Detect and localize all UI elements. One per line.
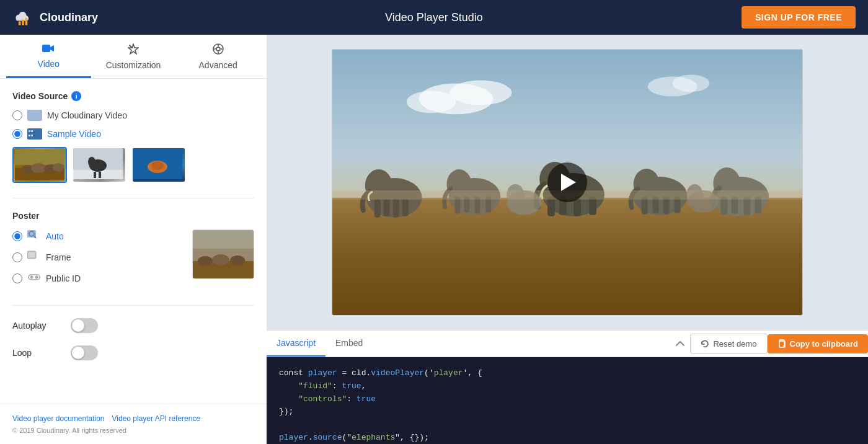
radio-poster-auto-input[interactable] [12, 231, 22, 241]
svg-point-51 [450, 80, 512, 105]
code-line-3: "controls": true [279, 393, 856, 406]
svg-point-7 [216, 47, 220, 51]
autoplay-toggle[interactable] [71, 318, 98, 333]
svg-rect-30 [99, 172, 101, 178]
code-tab-embed[interactable]: Embed [326, 331, 373, 357]
svg-rect-14 [29, 130, 30, 132]
tab-customization-label: Customization [106, 60, 161, 70]
svg-rect-44 [193, 230, 254, 249]
svg-point-52 [407, 91, 456, 113]
tab-advanced[interactable]: Advanced [175, 35, 260, 78]
tab-customization[interactable]: Customization [91, 35, 176, 78]
thumbnail-horse[interactable] [72, 147, 126, 183]
svg-point-33 [151, 161, 164, 170]
cloudinary-video-icon [27, 110, 42, 121]
svg-rect-29 [94, 172, 96, 178]
code-tab-javascript[interactable]: Javascript [267, 331, 326, 357]
svg-rect-1 [19, 21, 21, 25]
svg-rect-58 [384, 199, 390, 216]
svg-rect-3 [25, 18, 28, 25]
radio-poster-publicid[interactable]: Public ID [12, 272, 182, 285]
svg-point-28 [88, 157, 95, 167]
poster-publicid-icon [27, 272, 41, 285]
svg-rect-59 [393, 199, 399, 218]
radio-poster-publicid-input[interactable] [12, 273, 22, 283]
code-line-5 [279, 419, 856, 432]
copy-icon [777, 339, 786, 348]
radio-poster-auto[interactable]: Auto [12, 229, 182, 243]
poster-section-title: Poster [12, 211, 254, 221]
radio-cloudinary-input[interactable] [12, 110, 22, 120]
svg-point-46 [212, 254, 229, 265]
autoplay-row: Autoplay [12, 318, 254, 333]
svg-point-22 [31, 163, 46, 173]
reset-demo-button[interactable]: Reset demo [690, 334, 767, 354]
right-panel: Javascript Embed Reset demo [267, 35, 868, 444]
svg-rect-2 [22, 20, 24, 25]
page-title: Video Player Studio [385, 11, 483, 24]
customization-tab-icon [128, 43, 139, 58]
poster-frame-label: Frame [46, 252, 71, 262]
play-button[interactable] [547, 162, 587, 202]
code-line-1: const player = cld.videoPlayer('player',… [279, 367, 856, 380]
svg-rect-4 [42, 45, 50, 52]
loop-row: Loop [12, 345, 254, 360]
radio-poster-frame[interactable]: Frame [12, 251, 182, 264]
main-content: Video Customization [0, 35, 868, 444]
radio-poster-frame-input[interactable] [12, 252, 22, 262]
video-source-info-icon[interactable]: i [71, 91, 81, 101]
code-panel: Javascript Embed Reset demo [267, 330, 868, 444]
cloudinary-video-label: My Cloudinary Video [47, 110, 127, 120]
svg-rect-38 [29, 252, 35, 257]
logo-text: Cloudinary [40, 11, 98, 24]
svg-rect-57 [374, 199, 381, 218]
section-divider-autoplay [12, 305, 254, 306]
code-line-4: }); [279, 406, 856, 419]
thumbnail-turtle[interactable] [131, 147, 186, 183]
video-thumbnails [12, 147, 254, 183]
poster-frame-icon [27, 251, 41, 264]
signup-button[interactable]: SIGN UP FOR FREE [742, 6, 856, 29]
app-header: Cloudinary Video Player Studio SIGN UP F… [0, 0, 868, 35]
sample-video-icon [27, 128, 42, 140]
advanced-tab-icon [213, 43, 224, 58]
svg-rect-16 [29, 135, 30, 136]
code-header: Javascript Embed Reset demo [267, 331, 868, 357]
copy-to-clipboard-button[interactable]: Copy to clipboard [768, 334, 869, 353]
video-player[interactable] [332, 49, 803, 316]
video-player-api-link[interactable]: Video player API reference [112, 414, 201, 423]
loop-toggle[interactable] [71, 345, 98, 360]
sidebar-footer: Video player documentation Video player … [0, 404, 267, 444]
video-tab-icon [42, 43, 55, 56]
video-player-docs-link[interactable]: Video player documentation [12, 414, 105, 423]
poster-preview [192, 229, 254, 279]
svg-rect-12 [28, 111, 37, 118]
copyright-text: © 2019 Cloudinary. All rights reserved [12, 427, 254, 434]
radio-sample-input[interactable] [12, 129, 22, 139]
code-block: const player = cld.videoPlayer('player',… [267, 357, 868, 444]
svg-rect-60 [402, 199, 409, 216]
tab-video-label: Video [38, 59, 60, 69]
radio-sample-video[interactable]: Sample Video [12, 128, 254, 140]
tab-advanced-label: Advanced [199, 60, 237, 70]
cloudinary-logo-icon [12, 6, 35, 29]
sidebar: Video Customization [0, 35, 267, 444]
reset-icon [701, 339, 709, 348]
svg-point-24 [53, 163, 64, 172]
footer-links: Video player documentation Video player … [12, 414, 254, 423]
reset-label: Reset demo [713, 339, 756, 349]
svg-point-41 [35, 276, 38, 279]
code-line-6: player.source("elephants", {}); [279, 432, 856, 444]
copy-label: Copy to clipboard [790, 339, 859, 349]
thumbnail-elephants[interactable] [12, 147, 67, 183]
tab-video[interactable]: Video [6, 35, 91, 78]
poster-auto-label: Auto [46, 231, 64, 241]
code-line-2: "fluid": true, [279, 380, 856, 393]
radio-cloudinary-video[interactable]: My Cloudinary Video [12, 110, 254, 121]
logo: Cloudinary [12, 6, 98, 29]
svg-point-54 [673, 74, 710, 92]
svg-rect-20 [15, 149, 64, 165]
loop-label: Loop [12, 348, 62, 358]
collapse-code-button[interactable] [670, 333, 690, 354]
svg-point-40 [30, 276, 33, 279]
